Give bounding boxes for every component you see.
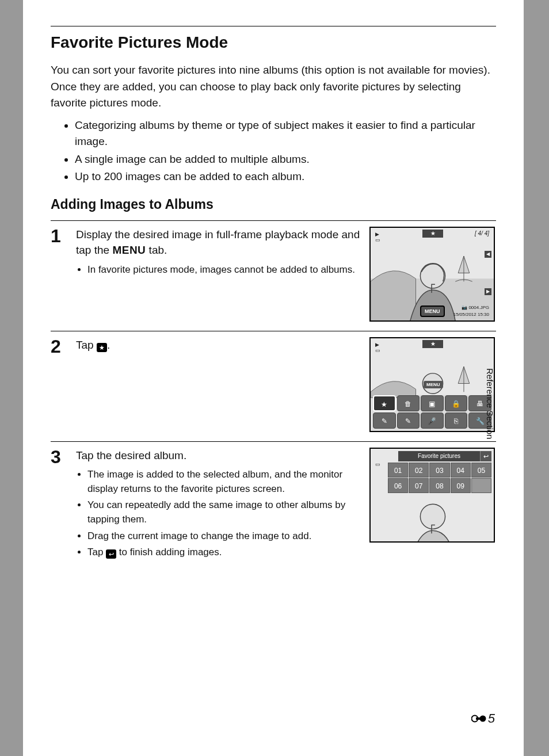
bullet-item: Up to 200 images can be added to each al… [75,169,496,185]
step-3: 3 Tap the desired album. The image is ad… [51,441,496,562]
camera-screen-2: ▶▭ ★ MENU ★ 🗑 ▣ 🔒 🖶 ✎ ✎ 🎤 ⎘ 🔧 [369,337,495,432]
intro-paragraph: You can sort your favorite pictures into… [51,62,496,112]
camera-screen-3: ▭ Favorite pictures ↩ 01 02 03 04 05 06 … [369,448,495,543]
step-body: Tap the desired album. The image is adde… [76,448,361,562]
menu-slideshow-icon: ▣ [421,395,444,411]
playback-icon: ▶▭ [375,231,380,244]
favorite-header: Favorite pictures ↩ [398,451,491,461]
sub-bullet: The image is added to the selected album… [87,468,361,496]
step-2: 2 Tap ★. ▶▭ ★ MENU ★ 🗑 [51,331,496,432]
step-title: Display the desired image in full-frame … [76,227,361,258]
step-figure: ▶▭ ★ [ 4/ 4] ◀ ▶ 📷 0004.JPG 15/05/2012 1… [369,227,496,322]
favorite-header-text: Favorite pictures [398,451,480,461]
menu-retouch-icon: ✎ [397,413,420,429]
sub-bullet: In favorite pictures mode, images cannot… [87,263,361,277]
subheading: Adding Images to Albums [51,197,496,212]
menu-voice-icon: 🎤 [421,413,444,429]
album-grid: 01 02 03 04 05 06 07 08 09 [388,463,491,493]
album-cell: 08 [429,478,449,493]
bullet-item: Categorizing albums by theme or type of … [75,117,496,150]
back-icon: ↩ [106,549,116,559]
menu-copy-icon: ⎘ [445,413,468,429]
page-title: Favorite Pictures Mode [51,26,496,52]
step-title: Tap ★. [76,337,361,353]
back-icon: ↩ [480,451,491,461]
album-cell: 03 [429,463,449,478]
menu-label: MENU [112,244,146,256]
playback-icon: ▭ [375,461,380,468]
step-figure: ▶▭ ★ MENU ★ 🗑 ▣ 🔒 🖶 ✎ ✎ 🎤 ⎘ 🔧 [369,337,496,432]
menu-tab: MENU [420,306,445,317]
album-cell: 01 [388,463,408,478]
camera-screen-1: ▶▭ ★ [ 4/ 4] ◀ ▶ 📷 0004.JPG 15/05/2012 1… [369,227,495,322]
album-cell: 02 [409,463,429,478]
menu-protect-icon: 🔒 [445,395,468,411]
album-cell: 07 [409,478,429,493]
step-1: 1 Display the desired image in full-fram… [51,220,496,322]
album-cell-empty [471,478,491,493]
step-body: Display the desired image in full-frame … [76,227,361,322]
album-cell: 06 [388,478,408,493]
favorite-star-icon: ★ [97,343,107,352]
playback-icon: ▶▭ [375,342,380,354]
step-figure: ▭ Favorite pictures ↩ 01 02 03 04 05 06 … [369,448,496,562]
step-number: 2 [51,337,68,432]
sub-bullet: Tap ↩ to finish adding images. [87,545,361,560]
svg-rect-11 [476,717,482,720]
reference-page-icon [471,713,486,724]
step-number: 1 [51,227,68,322]
arrow-right-icon: ▶ [485,288,491,295]
image-counter: [ 4/ 4] [475,230,489,236]
arrow-left-icon: ◀ [485,251,491,258]
section-tab [524,365,549,503]
sub-bullet: You can repeatedly add the same image to… [87,498,361,526]
menu-tab: MENU [424,381,443,388]
sub-bullet: Drag the current image to change the ima… [87,529,361,544]
step-body: Tap ★. [76,337,361,432]
section-tab-label: Reference Section [485,368,495,439]
step-sub-bullets: In favorite pictures mode, images cannot… [76,263,361,277]
album-cell: 04 [451,463,471,478]
menu-paint-icon: ✎ [373,413,396,429]
datetime-label: 15/05/2012 15:30 [453,312,489,317]
page-number: 5 [471,711,495,726]
menu-trash-icon: 🗑 [397,395,420,411]
step-title: Tap the desired album. [76,448,361,464]
step-number: 3 [51,448,68,562]
step-sub-bullets: The image is added to the selected album… [76,468,361,560]
filename-label: 📷 0004.JPG [462,305,489,310]
menu-icon-grid: ★ 🗑 ▣ 🔒 🖶 ✎ ✎ 🎤 ⎘ 🔧 [373,395,491,429]
menu-favorite-icon: ★ [373,395,396,411]
intro-bullets: Categorizing albums by theme or type of … [51,117,496,185]
bullet-item: A single image can be added to multiple … [75,151,496,168]
album-cell: 05 [471,463,491,478]
album-cell: 09 [451,478,471,493]
page: Favorite Pictures Mode You can sort your… [23,0,524,756]
star-tab: ★ [422,340,443,348]
star-tab: ★ [422,230,443,238]
